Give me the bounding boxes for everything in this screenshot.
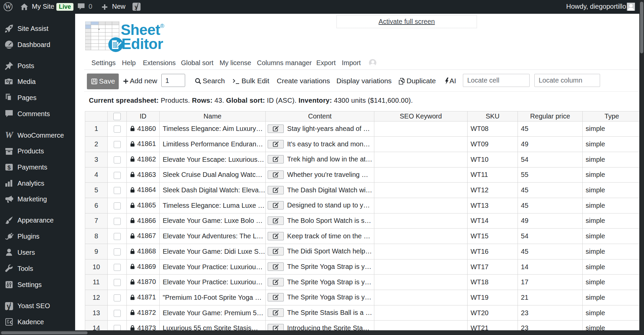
svg-text:$: $	[7, 164, 11, 171]
svg-text:W: W	[5, 131, 14, 140]
svg-text:W: W	[5, 3, 11, 10]
